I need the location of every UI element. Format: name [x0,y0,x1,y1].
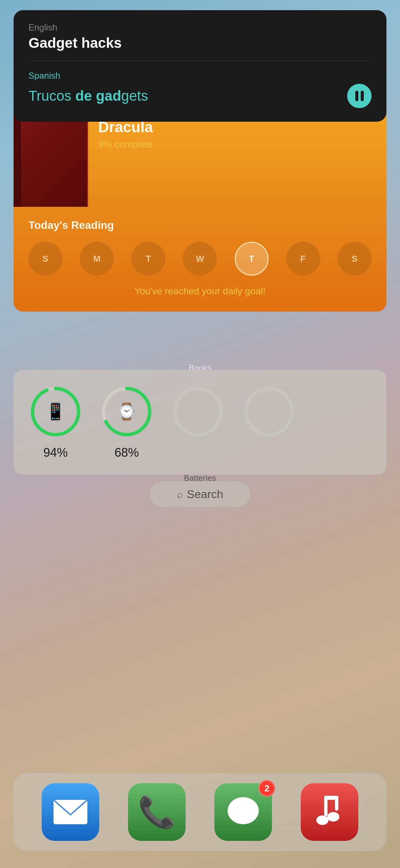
day-tuesday: T [131,242,165,276]
battery-ring-empty2-svg [242,384,296,439]
battery-circle-watch: ⌚ [100,384,154,439]
translation-divider [28,61,372,61]
target-language-label: Spanish [28,71,372,81]
svg-point-4 [175,389,221,435]
day-monday: M [80,242,114,276]
battery-item-empty1 [171,384,225,439]
source-text: Gadget hacks [28,35,372,51]
mail-icon [54,800,87,824]
pause-bar-left [355,91,358,101]
day-sunday: S [28,242,62,276]
battery-circle-empty1 [171,384,225,439]
pause-icon [355,91,364,101]
watch-device-icon: ⌚ [117,402,137,421]
dock-app-music[interactable] [301,783,358,841]
daily-goal-text: You've reached your daily goal! [28,286,372,297]
search-icon: ⌕ [177,489,183,500]
target-text-part2: de gad [75,88,121,104]
pause-bar-right [361,91,364,101]
pause-button[interactable] [347,84,372,108]
today-reading-label: Today's Reading [28,219,372,232]
battery-circle-phone: 📱 [28,384,83,439]
phone-device-icon: 📱 [45,402,66,421]
translation-popup: English Gadget hacks Spanish Trucos de g… [14,10,386,122]
battery-item-empty2 [242,384,296,439]
dock-app-phone[interactable]: 📞 [128,783,186,841]
messages-badge: 2 [258,780,275,797]
battery-circle-empty2 [242,384,296,439]
days-row: S M T W T F S [28,242,372,276]
phone-icon: 📞 [138,794,176,830]
day-friday: F [286,242,320,276]
battery-item-phone: 📱 94% [28,384,83,460]
target-text-part1: Trucos [28,88,75,104]
translation-target-row: Trucos de gadgets [28,84,372,108]
battery-item-watch: ⌚ 68% [100,384,154,460]
watch-battery-percent: 68% [114,446,139,460]
books-widget[interactable]: Bram Stoker Dracula 9% complete Today's … [14,98,386,312]
batteries-widget[interactable]: 📱 94% ⌚ 68% [14,370,386,475]
battery-ring-empty1-svg [171,384,225,439]
svg-rect-11 [324,796,338,800]
books-bottom-section: Today's Reading S M T W T F S You've rea… [14,207,386,312]
target-text: Trucos de gadgets [28,88,148,104]
day-wednesday: W [183,242,217,276]
day-saturday: S [338,242,372,276]
svg-point-12 [316,815,329,825]
svg-point-13 [327,812,339,822]
batteries-row: 📱 94% ⌚ 68% [28,384,372,460]
search-label: Search [187,488,224,501]
source-language-label: English [28,22,372,33]
svg-point-5 [246,389,292,435]
day-thursday-active: T [235,242,269,276]
messages-icon [226,795,260,829]
svg-point-7 [228,797,259,824]
search-button[interactable]: ⌕ Search [150,481,251,507]
book-progress: 9% complete [98,139,376,150]
phone-battery-percent: 94% [43,446,68,460]
dock: 📞 2 [14,773,386,851]
dock-app-messages[interactable]: 2 [214,783,272,841]
music-icon [315,796,344,828]
dock-app-mail[interactable] [42,783,99,841]
target-text-part3: gets [121,88,148,104]
